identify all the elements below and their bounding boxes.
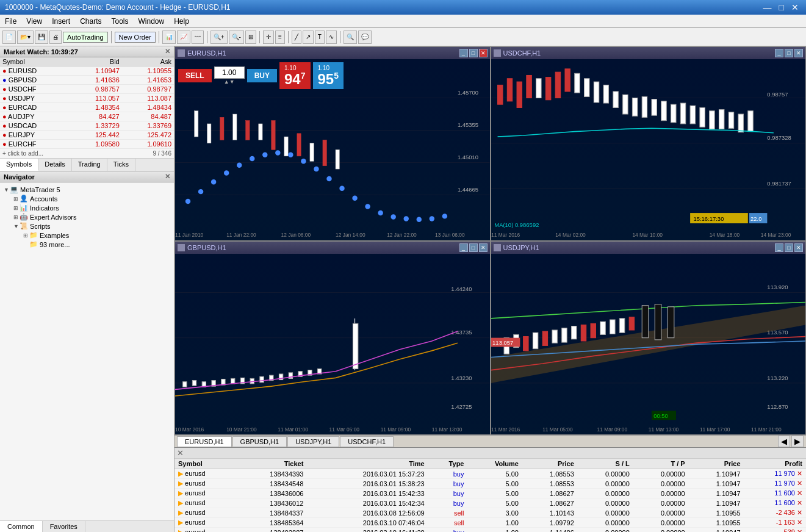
toolbar-new[interactable]: 📄 xyxy=(2,31,16,44)
tree-examples[interactable]: ⊞ 📁 Examples xyxy=(22,231,171,240)
toolbar-period[interactable]: ≡ xyxy=(275,31,285,44)
mw-row-gbpusd[interactable]: ● GBPUSD 1.41636 1.41653 xyxy=(0,76,174,85)
chart-eurusd-max[interactable]: □ xyxy=(469,49,478,57)
toolbar-search[interactable]: 🔍 xyxy=(344,31,357,44)
close-trade-x[interactable]: ✕ xyxy=(797,499,802,506)
toolbar-zoom-in[interactable]: 🔍+ xyxy=(210,31,228,44)
mw-row-usdjpy[interactable]: ● USDJPY 113.057 113.087 xyxy=(0,94,174,103)
toolbar-arrow[interactable]: ↗ xyxy=(303,31,314,44)
menu-window[interactable]: Window xyxy=(134,16,170,27)
nav-tab-common[interactable]: Common xyxy=(0,521,43,532)
chart-gbpusd-close[interactable]: ✕ xyxy=(479,243,488,252)
mw-row-eurcad[interactable]: ● EURCAD 1.48354 1.48434 xyxy=(0,103,174,112)
expand-scripts[interactable]: ▼ xyxy=(13,223,20,229)
close-trade-x[interactable]: ✕ xyxy=(797,470,802,477)
toolbar-fit[interactable]: ⊞ xyxy=(245,31,256,44)
trade-row[interactable]: ▶ eurusd 138434393 2016.03.01 15:37:23 b… xyxy=(175,469,806,479)
menu-view[interactable]: View xyxy=(21,16,47,27)
market-watch-close[interactable]: ✕ xyxy=(165,48,170,56)
trade-row[interactable]: ▶ eurusd 138492887 2016.03.10 16:41:20 b… xyxy=(175,528,806,532)
toolbar-save[interactable]: 💾 xyxy=(35,31,48,44)
toolbar-crosshair[interactable]: ✛ xyxy=(263,31,274,44)
toolbar-zoom-out[interactable]: 🔍- xyxy=(229,31,244,44)
toolbar-chart-line[interactable]: 〰 xyxy=(192,31,204,44)
svg-rect-158 xyxy=(655,304,661,339)
menu-charts[interactable]: Charts xyxy=(75,16,106,27)
close-trade-x[interactable]: ✕ xyxy=(797,509,802,516)
sell-button[interactable]: SELL xyxy=(178,69,212,82)
navigator-close[interactable]: ✕ xyxy=(165,173,170,181)
autotrading-button[interactable]: AutoTrading xyxy=(63,32,108,43)
chart-eurusd-close[interactable]: ✕ xyxy=(479,49,488,57)
close-trade-x[interactable]: ✕ xyxy=(797,480,802,487)
toolbar-text[interactable]: T xyxy=(315,31,325,44)
menu-file[interactable]: File xyxy=(0,16,21,27)
tree-scripts[interactable]: ▼ 📜 Scripts xyxy=(12,221,171,231)
qty-input[interactable] xyxy=(214,66,245,79)
toolbar-msg[interactable]: 💬 xyxy=(358,31,372,44)
expand-indicators[interactable]: ⊞ xyxy=(13,205,20,211)
toolbar-print[interactable]: 🖨 xyxy=(49,31,62,44)
tab-ticks[interactable]: Ticks xyxy=(107,159,135,171)
tab-symbols[interactable]: Symbols xyxy=(0,159,38,171)
mw-row-usdcad[interactable]: ● USDCAD 1.33729 1.33769 xyxy=(0,121,174,131)
chart-eurusd-min[interactable]: _ xyxy=(459,49,468,57)
chart-tab-usdjpy[interactable]: USDJPY,H1 xyxy=(287,436,339,447)
toolbar-chart-candle[interactable]: 📈 xyxy=(177,31,190,44)
menu-insert[interactable]: Insert xyxy=(47,16,75,27)
trade-time: 2016.03.10 07:46:04 xyxy=(307,518,428,528)
chart-usdchf-close[interactable]: ✕ xyxy=(794,49,803,57)
mw-row-eurjpy[interactable]: ● EURJPY 125.442 125.472 xyxy=(0,131,174,140)
toolbar-line[interactable]: ╱ xyxy=(292,31,301,44)
nav-tab-favorites[interactable]: Favorites xyxy=(43,521,85,532)
tab-details[interactable]: Details xyxy=(38,159,72,171)
menu-tools[interactable]: Tools xyxy=(107,16,134,27)
trade-close[interactable]: ✕ xyxy=(177,448,184,458)
toolbar-fib[interactable]: ∿ xyxy=(326,31,337,44)
chart-usdchf-max[interactable]: □ xyxy=(785,49,793,57)
chart-tab-eurusd[interactable]: EURUSD,H1 xyxy=(177,436,232,447)
close-button[interactable]: ✕ xyxy=(789,2,801,12)
chart-gbpusd-title: GBPUSD,H1 xyxy=(187,244,226,251)
add-symbol[interactable]: + click to add... xyxy=(2,150,43,157)
close-trade-x[interactable]: ✕ xyxy=(797,519,802,526)
expand-ea[interactable]: ⊞ xyxy=(13,214,20,220)
trade-row[interactable]: ▶ eurusd 138436012 2016.03.01 15:42:34 b… xyxy=(175,498,806,508)
chart-tab-gbpusd[interactable]: GBPUSD,H1 xyxy=(232,436,287,447)
tab-trading[interactable]: Trading xyxy=(72,159,107,171)
menu-help[interactable]: Help xyxy=(169,16,194,27)
new-order-button[interactable]: New Order xyxy=(115,32,156,43)
close-trade-x[interactable]: ✕ xyxy=(797,489,802,497)
trade-row[interactable]: ▶ eurusd 138484337 2016.03.08 12:56:09 s… xyxy=(175,508,806,518)
chart-usdjpy-close[interactable]: ✕ xyxy=(794,243,803,252)
tree-accounts[interactable]: ⊞ 👤 Accounts xyxy=(12,194,171,203)
expand-examples[interactable]: ⊞ xyxy=(23,232,29,239)
expand-metatrader5[interactable]: ▼ xyxy=(4,187,10,193)
mw-row-eurusd[interactable]: ● EURUSD 1.10947 1.10955 xyxy=(0,66,174,76)
mw-row-audjpy[interactable]: ● AUDJPY 84.427 84.487 xyxy=(0,112,174,121)
toolbar-open[interactable]: 📂▾ xyxy=(17,31,34,44)
tree-more[interactable]: 📁 93 more... xyxy=(22,240,171,249)
toolbar-chart-bar[interactable]: 📊 xyxy=(162,31,176,44)
tree-indicators[interactable]: ⊞ 📊 Indicators xyxy=(12,203,171,212)
chart-usdchf-min[interactable]: _ xyxy=(775,49,783,57)
buy-button[interactable]: BUY xyxy=(247,69,277,82)
chart-gbpusd-max[interactable]: □ xyxy=(469,243,478,252)
tree-expert-advisors[interactable]: ⊞ 🤖 Expert Advisors xyxy=(12,212,171,221)
tree-metatrader5[interactable]: ▼ 💻 MetaTrader 5 xyxy=(2,185,171,194)
close-trade-x[interactable]: ✕ xyxy=(797,528,802,532)
trade-row[interactable]: ▶ eurusd 138485364 2016.03.10 07:46:04 s… xyxy=(175,518,806,528)
chart-usdjpy-min[interactable]: _ xyxy=(775,243,783,252)
expand-accounts[interactable]: ⊞ xyxy=(13,196,20,202)
minimize-button[interactable]: — xyxy=(761,2,774,12)
maximize-button[interactable]: □ xyxy=(777,2,786,12)
chart-usdjpy-max[interactable]: □ xyxy=(785,243,793,252)
chart-gbpusd-min[interactable]: _ xyxy=(459,243,468,252)
mw-row-eurchf[interactable]: ● EURCHF 1.09580 1.09610 xyxy=(0,140,174,149)
chart-scroll-right[interactable]: ▶ xyxy=(791,436,804,447)
trade-row[interactable]: ▶ eurusd 138436006 2016.03.01 15:42:33 b… xyxy=(175,489,806,498)
chart-tab-usdchf[interactable]: USDCHF,H1 xyxy=(340,436,394,447)
mw-row-usdchf[interactable]: ● USDCHF 0.98757 0.98797 xyxy=(0,85,174,94)
chart-scroll-left[interactable]: ◀ xyxy=(778,436,790,447)
trade-row[interactable]: ▶ eurusd 138434548 2016.03.01 15:38:23 b… xyxy=(175,479,806,489)
